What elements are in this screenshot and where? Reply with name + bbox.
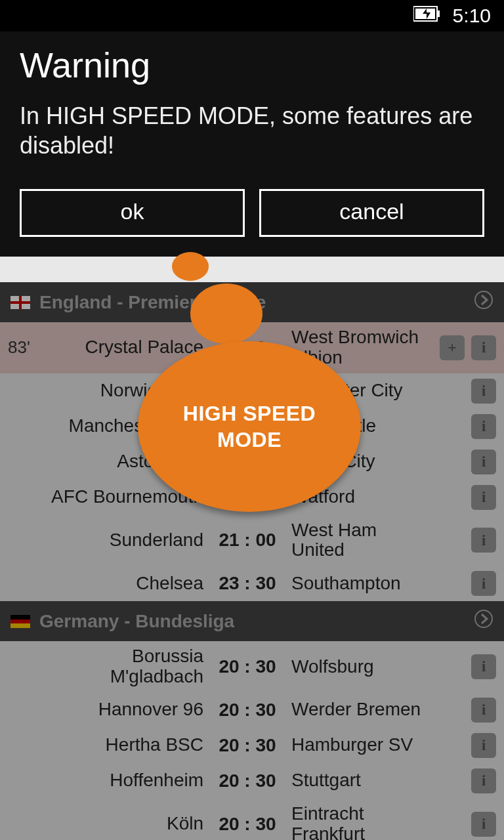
- cancel-button[interactable]: cancel: [259, 189, 484, 237]
- callout-tail-icon: [190, 284, 262, 344]
- high-speed-mode-callout: HIGH SPEEDMODE: [138, 341, 361, 512]
- status-bar: 5:10: [0, 0, 504, 32]
- dialog-title: Warning: [20, 45, 484, 85]
- ok-button[interactable]: ok: [20, 189, 245, 237]
- dialog-message: In HIGH SPEED MODE, some features are di…: [20, 101, 484, 160]
- battery-charging-icon: [413, 5, 441, 27]
- callout-text: HIGH SPEEDMODE: [183, 400, 316, 453]
- dialog-buttons: ok cancel: [20, 189, 484, 237]
- warning-dialog: Warning In HIGH SPEED MODE, some feature…: [0, 32, 504, 257]
- svg-rect-1: [437, 10, 440, 17]
- status-time: 5:10: [453, 5, 491, 27]
- callout-tail-icon: [172, 252, 209, 281]
